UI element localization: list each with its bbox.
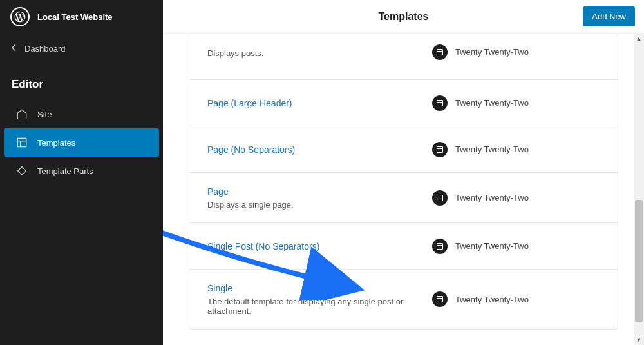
theme-icon	[432, 190, 448, 206]
template-link[interactable]: Page (Large Header)	[207, 98, 292, 108]
theme-icon	[432, 239, 448, 254]
sidebar-item-label: Site	[37, 110, 52, 119]
svg-rect-3	[18, 167, 26, 175]
template-link[interactable]: Single	[207, 283, 232, 293]
theme-icon	[432, 291, 448, 307]
template-row: Single The default template for displayi…	[189, 270, 618, 329]
sidebar-item-label: Template Parts	[37, 166, 93, 176]
main-content: Templates Add New Displays posts. Twenty…	[163, 0, 644, 345]
chevron-left-icon	[12, 44, 17, 54]
template-theme: Twenty Twenty-Two	[455, 144, 529, 154]
svg-rect-0	[17, 138, 26, 147]
template-description: Displays a single page.	[207, 200, 413, 210]
template-theme: Twenty Twenty-Two	[455, 47, 529, 57]
sidebar-item-template-parts[interactable]: Template Parts	[4, 157, 159, 185]
topbar: Templates Add New	[163, 0, 644, 34]
add-new-button[interactable]: Add New	[583, 6, 635, 26]
template-link[interactable]: Page	[207, 186, 229, 197]
template-theme: Twenty Twenty-Two	[455, 295, 529, 304]
template-description: Displays posts.	[207, 48, 413, 58]
home-icon	[15, 108, 28, 121]
svg-rect-10	[437, 146, 443, 152]
dashboard-label: Dashboard	[24, 44, 66, 54]
site-title[interactable]: Local Test Website	[37, 12, 113, 22]
sidebar-header: Local Test Website	[0, 0, 163, 34]
svg-rect-16	[437, 243, 443, 249]
template-theme: Twenty Twenty-Two	[455, 241, 529, 251]
svg-rect-19	[437, 297, 443, 302]
sidebar-item-label: Templates	[37, 138, 75, 148]
template-description: The default template for displaying any …	[207, 297, 413, 316]
editor-heading: Editor	[0, 64, 163, 100]
layout-icon	[15, 136, 28, 149]
template-link[interactable]: Single Post (No Separators)	[207, 241, 319, 251]
template-theme: Twenty Twenty-Two	[455, 98, 529, 108]
templates-list: Displays posts. Twenty Twenty-Two Page (…	[189, 34, 618, 330]
scroll-thumb[interactable]	[635, 200, 643, 322]
sidebar-item-templates[interactable]: Templates	[4, 128, 159, 157]
template-row: Page Displays a single page. Twenty Twen…	[189, 173, 618, 223]
symbol-icon	[15, 164, 28, 177]
dashboard-back-link[interactable]: Dashboard	[0, 34, 163, 64]
theme-icon	[432, 95, 448, 111]
scrollbar[interactable]: ▲ ▼	[634, 34, 644, 345]
scroll-up-icon[interactable]: ▲	[634, 34, 644, 44]
template-row: Single Post (No Separators) Twenty Twent…	[189, 223, 618, 270]
theme-icon	[432, 142, 448, 157]
templates-content: Displays posts. Twenty Twenty-Two Page (…	[163, 34, 644, 345]
svg-rect-13	[437, 195, 443, 201]
template-row: Displays posts. Twenty Twenty-Two	[189, 34, 618, 80]
wordpress-logo-icon[interactable]	[10, 7, 30, 26]
template-row: Page (No Separators) Twenty Twenty-Two	[189, 126, 618, 173]
template-theme: Twenty Twenty-Two	[455, 193, 529, 202]
page-title: Templates	[379, 11, 429, 23]
template-link[interactable]: Page (No Separators)	[207, 144, 295, 155]
template-row: Page (Large Header) Twenty Twenty-Two	[189, 80, 618, 126]
theme-icon	[432, 44, 448, 60]
sidebar-item-site[interactable]: Site	[4, 100, 159, 128]
svg-rect-7	[437, 100, 443, 106]
scroll-down-icon[interactable]: ▼	[634, 335, 644, 345]
sidebar: Local Test Website Dashboard Editor Site…	[0, 0, 163, 345]
svg-rect-4	[437, 49, 443, 55]
